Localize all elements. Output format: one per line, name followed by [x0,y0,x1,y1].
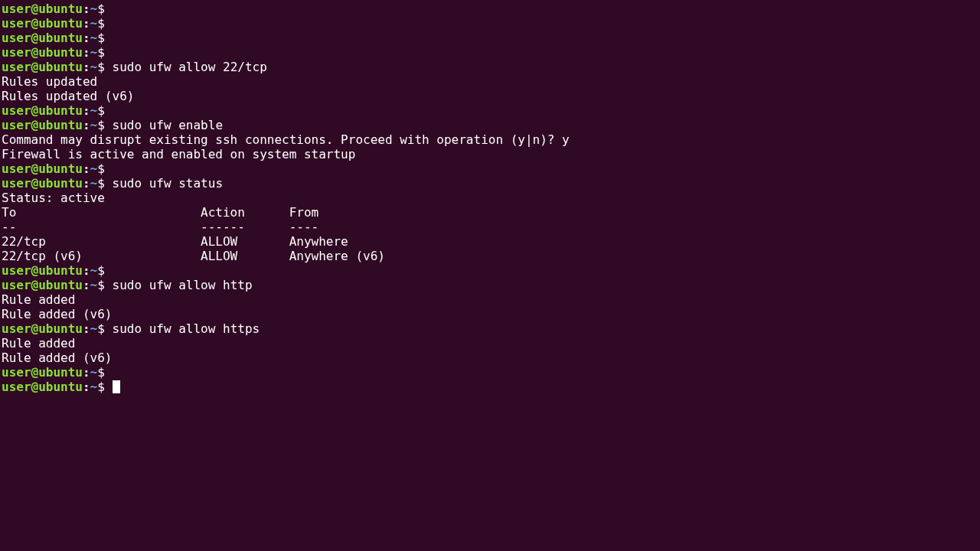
prompt-user-host: user@ubuntu [2,161,83,176]
prompt-dollar: $ [97,60,105,74]
prompt-dollar: $ [97,45,105,60]
command-text [105,161,113,176]
prompt-line: user@ubuntu:~$ [2,31,980,45]
prompt-colon: : [83,103,90,118]
output-line: Rule added (v6) [2,307,980,321]
prompt-dollar: $ [97,365,105,380]
prompt-line: user@ubuntu:~$ [2,45,980,60]
command-text: sudo ufw allow https [105,321,260,336]
output-line: Rule added (v6) [2,350,980,365]
command-text [105,45,113,60]
command-text [105,103,113,118]
prompt-dollar: $ [97,103,105,118]
prompt-colon: : [83,161,90,176]
command-text [105,16,113,31]
prompt-colon: : [83,45,90,60]
output-line: Rules updated (v6) [2,89,980,103]
prompt-line: user@ubuntu:~$ [2,365,980,380]
output-line: Command may disrupt existing ssh connect… [2,132,980,147]
prompt-path: ~ [90,278,98,292]
cursor-icon [113,380,120,393]
prompt-path: ~ [90,176,98,191]
prompt-line-active[interactable]: user@ubuntu:~$ [2,380,980,394]
prompt-path: ~ [90,31,98,45]
prompt-user-host: user@ubuntu [2,60,83,74]
prompt-path: ~ [90,45,98,60]
prompt-user-host: user@ubuntu [2,16,83,31]
prompt-colon: : [83,365,90,380]
prompt-dollar: $ [97,118,105,132]
prompt-user-host: user@ubuntu [2,176,83,191]
prompt-path: ~ [90,118,98,132]
output-line: 22/tcp ALLOW Anywhere [2,234,980,249]
prompt-line: user@ubuntu:~$ sudo ufw allow 22/tcp [2,60,980,74]
prompt-user-host: user@ubuntu [2,263,83,278]
prompt-line: user@ubuntu:~$ sudo ufw allow https [2,321,980,336]
command-text: sudo ufw allow 22/tcp [105,60,267,74]
output-line: 22/tcp (v6) ALLOW Anywhere (v6) [2,249,980,263]
prompt-colon: : [83,60,90,74]
prompt-dollar: $ [97,2,105,16]
output-line: Rules updated [2,74,980,89]
command-text [105,31,113,45]
command-text: sudo ufw status [105,176,223,191]
command-text: sudo ufw enable [105,118,223,132]
prompt-colon: : [83,118,90,132]
prompt-line: user@ubuntu:~$ [2,161,980,176]
prompt-colon: : [83,176,90,191]
prompt-colon: : [83,380,90,394]
prompt-line: user@ubuntu:~$ sudo ufw status [2,176,980,191]
prompt-path: ~ [90,103,98,118]
prompt-line: user@ubuntu:~$ [2,103,980,118]
prompt-colon: : [83,321,90,336]
prompt-colon: : [83,263,90,278]
prompt-path: ~ [90,380,98,394]
prompt-dollar: $ [97,16,105,31]
prompt-user-host: user@ubuntu [2,321,83,336]
prompt-dollar: $ [97,321,105,336]
prompt-path: ~ [90,60,98,74]
prompt-colon: : [83,31,90,45]
prompt-path: ~ [90,365,98,380]
prompt-path: ~ [90,321,98,336]
output-line: Status: active [2,191,980,205]
prompt-line: user@ubuntu:~$ [2,16,980,31]
output-line: Rule added [2,336,980,350]
prompt-user-host: user@ubuntu [2,103,83,118]
prompt-user-host: user@ubuntu [2,45,83,60]
output-line: -- ------ ---- [2,220,980,234]
prompt-line: user@ubuntu:~$ [2,2,980,16]
prompt-path: ~ [90,16,98,31]
output-line: Firewall is active and enabled on system… [2,147,980,161]
prompt-user-host: user@ubuntu [2,365,83,380]
prompt-dollar: $ [97,31,105,45]
prompt-path: ~ [90,161,98,176]
prompt-user-host: user@ubuntu [2,2,83,16]
prompt-dollar: $ [97,263,105,278]
prompt-colon: : [83,16,90,31]
prompt-line: user@ubuntu:~$ sudo ufw allow http [2,278,980,292]
output-line: To Action From [2,205,980,220]
command-text [105,380,113,394]
prompt-path: ~ [90,2,98,16]
prompt-colon: : [83,278,90,292]
prompt-line: user@ubuntu:~$ sudo ufw enable [2,118,980,132]
prompt-colon: : [83,2,90,16]
prompt-dollar: $ [97,161,105,176]
command-text [105,263,113,278]
terminal-output[interactable]: user@ubuntu:~$ user@ubuntu:~$ user@ubunt… [2,2,980,394]
prompt-user-host: user@ubuntu [2,380,83,394]
prompt-path: ~ [90,263,98,278]
prompt-user-host: user@ubuntu [2,31,83,45]
output-line: Rule added [2,292,980,307]
prompt-user-host: user@ubuntu [2,118,83,132]
command-text: sudo ufw allow http [105,278,253,292]
prompt-dollar: $ [97,380,105,394]
prompt-line: user@ubuntu:~$ [2,263,980,278]
prompt-user-host: user@ubuntu [2,278,83,292]
command-text [105,365,113,380]
command-text [105,2,113,16]
prompt-dollar: $ [97,176,105,191]
prompt-dollar: $ [97,278,105,292]
